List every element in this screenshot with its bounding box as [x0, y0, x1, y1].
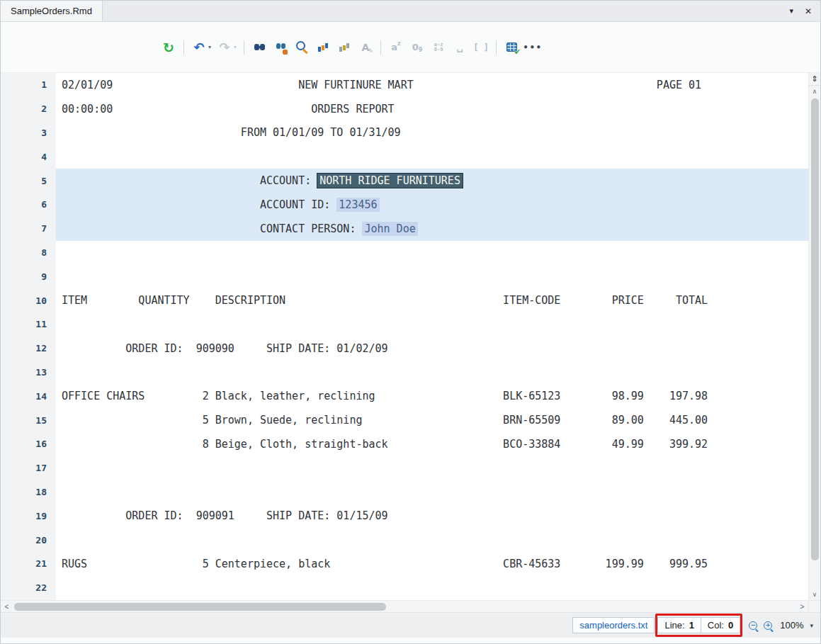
line-content[interactable]: 02/01/09 NEW FURTINURE MART PAGE 01 — [56, 73, 808, 97]
line-number: 5 — [1, 169, 56, 193]
text-segment: ACCOUNT: — [62, 174, 317, 187]
line-number: 15 — [1, 408, 56, 432]
line-number: 4 — [1, 145, 56, 169]
zoom-level[interactable]: 100% — [780, 620, 803, 631]
find-in-files-button[interactable] — [271, 38, 290, 57]
whitespace-button — [450, 38, 470, 57]
line-content[interactable] — [56, 456, 808, 480]
az-icon — [388, 40, 404, 55]
zoom-dropdown-icon[interactable]: ▾ — [810, 622, 813, 629]
field-contact-person[interactable]: John Doe — [362, 222, 417, 236]
status-line-cell: Line: 1 — [657, 617, 701, 633]
vertical-scroll-thumb[interactable] — [811, 98, 819, 560]
editor-line: 5 ACCOUNT: NORTH RIDGE FURNITURES — [1, 169, 808, 193]
scroll-down-icon[interactable]: ∨ — [809, 589, 821, 600]
undo-button[interactable]: ▾ — [189, 38, 213, 57]
line-content[interactable] — [56, 145, 808, 169]
line-content[interactable] — [56, 480, 808, 504]
line-content[interactable]: ACCOUNT: NORTH RIDGE FURNITURES — [56, 169, 808, 193]
line-content[interactable] — [56, 241, 808, 265]
line-content[interactable] — [56, 528, 808, 552]
editor-lines[interactable]: 102/01/09 NEW FURTINURE MART PAGE 01200:… — [1, 73, 808, 600]
scroll-left-icon[interactable]: < — [1, 601, 13, 613]
line-content[interactable]: ITEM QUANTITY DESCRIPTION ITEM-CODE PRIC… — [56, 288, 808, 312]
status-file-name[interactable]: sampleorders.txt — [572, 617, 655, 633]
split-handle-icon[interactable]: ⇕ — [809, 73, 820, 86]
line-content[interactable]: 5 Brown, Suede, reclining BRN-65509 89.0… — [56, 408, 808, 432]
text-segment: RUGS 5 Centerpiece, black CBR-45633 199.… — [62, 558, 708, 570]
numeric-button — [407, 38, 427, 57]
refresh-button[interactable] — [159, 38, 179, 57]
line-number: 1 — [1, 73, 56, 97]
tab-sampleorders[interactable]: SampleOrders.Rmd — [1, 1, 103, 21]
vertical-scroll-track[interactable] — [809, 97, 820, 589]
zoom-out-icon[interactable]: − — [749, 621, 757, 630]
text-segment: 02/01/09 NEW FURTINURE MART PAGE 01 — [62, 79, 701, 91]
editor-line: 4 — [1, 145, 808, 169]
vertical-scrollbar[interactable]: ⇕ ∧ ∨ — [808, 73, 820, 600]
line-content[interactable]: CONTACT PERSON: John Doe — [56, 217, 808, 241]
zoom-controls: − + 100% ▾ — [749, 620, 813, 631]
line-number: 16 — [1, 432, 56, 456]
editor-line: 6 ACCOUNT ID: 123456 — [1, 193, 808, 217]
line-content[interactable] — [56, 361, 808, 385]
line-content[interactable] — [56, 576, 808, 600]
line-content[interactable]: ORDER ID: 909090 SHIP DATE: 01/02/09 — [56, 337, 808, 361]
editor-line: 11 — [1, 312, 808, 337]
editor-line: 18 — [1, 480, 808, 504]
tab-bar-controls: ▾ ✕ — [789, 1, 820, 21]
more-button[interactable] — [523, 38, 543, 57]
editor: 102/01/09 NEW FURTINURE MART PAGE 01200:… — [1, 73, 820, 600]
text-segment: CONTACT PERSON: — [62, 222, 362, 235]
chart-gold-icon — [336, 40, 352, 55]
horizontal-scroll-track[interactable] — [13, 601, 796, 612]
editor-line: 14OFFICE CHAIRS 2 Black, leather, reclin… — [1, 384, 808, 408]
line-content[interactable]: RUGS 5 Centerpiece, black CBR-45633 199.… — [56, 552, 808, 576]
horizontal-scrollbar[interactable]: < > — [1, 600, 820, 612]
chart-options-button[interactable] — [334, 38, 354, 57]
horizontal-scroll-thumb[interactable] — [14, 603, 386, 611]
editor-line: 8 — [1, 241, 808, 265]
editor-line: 12 ORDER ID: 909090 SHIP DATE: 01/02/09 — [1, 337, 808, 361]
chevron-down-icon[interactable]: ▾ — [789, 7, 793, 15]
line-number: 2 — [1, 97, 56, 121]
line-content[interactable] — [56, 312, 808, 337]
line-content[interactable]: ACCOUNT ID: 123456 — [56, 193, 808, 217]
line-number: 9 — [1, 264, 56, 288]
selected-field-account-name[interactable]: NORTH RIDGE FURNITURES — [317, 174, 463, 188]
zoom-filter-icon — [294, 40, 310, 55]
statistics-button[interactable] — [313, 38, 333, 57]
scrollbar-corner — [808, 601, 820, 612]
field-account-id[interactable]: 123456 — [336, 198, 379, 212]
line-content[interactable]: FROM 01/01/09 TO 01/31/09 — [56, 121, 808, 145]
find-button[interactable] — [249, 38, 269, 57]
toolbar: ▾▾ — [1, 22, 820, 73]
editor-line: 102/01/09 NEW FURTINURE MART PAGE 01 — [1, 73, 808, 97]
line-number: 6 — [1, 193, 56, 217]
line-col-indicator: Line: 1 Col: 0 — [657, 617, 740, 633]
bottom-strip — [1, 638, 820, 643]
zoom-in-icon[interactable]: + — [764, 621, 772, 630]
text-segment: 5 Brown, Suede, reclining BRN-65509 89.0… — [62, 414, 708, 426]
scroll-right-icon[interactable]: > — [796, 601, 808, 613]
line-content[interactable]: OFFICE CHAIRS 2 Black, leather, reclinin… — [56, 384, 808, 408]
line-content[interactable] — [56, 264, 808, 288]
brackets-icon — [473, 40, 489, 55]
scroll-up-icon[interactable]: ∧ — [809, 86, 821, 97]
line-content[interactable]: 00:00:00 ORDERS REPORT — [56, 97, 808, 121]
editor-line: 7 CONTACT PERSON: John Doe — [1, 217, 808, 241]
validate-button[interactable] — [502, 38, 521, 57]
col-label: Col: — [708, 620, 724, 631]
zoom-select-button[interactable] — [292, 38, 312, 57]
line-number: 8 — [1, 241, 56, 265]
line-content[interactable]: ORDER ID: 909091 SHIP DATE: 01/15/09 — [56, 504, 808, 528]
tab-bar: SampleOrders.Rmd ▾ ✕ — [1, 1, 820, 22]
close-icon[interactable]: ✕ — [805, 7, 812, 16]
brackets-button — [471, 38, 491, 57]
line-number: 13 — [1, 361, 56, 385]
line-content[interactable]: 8 Beige, Cloth, straight-back BCO-33884 … — [56, 432, 808, 456]
editor-window: SampleOrders.Rmd ▾ ✕ ▾▾ 102/01/09 NEW FU… — [0, 0, 821, 644]
validate-icon — [504, 40, 519, 55]
status-bar: sampleorders.txt Line: 1 Col: 0 − + 100%… — [1, 612, 820, 638]
toolbar-separator — [244, 40, 244, 55]
